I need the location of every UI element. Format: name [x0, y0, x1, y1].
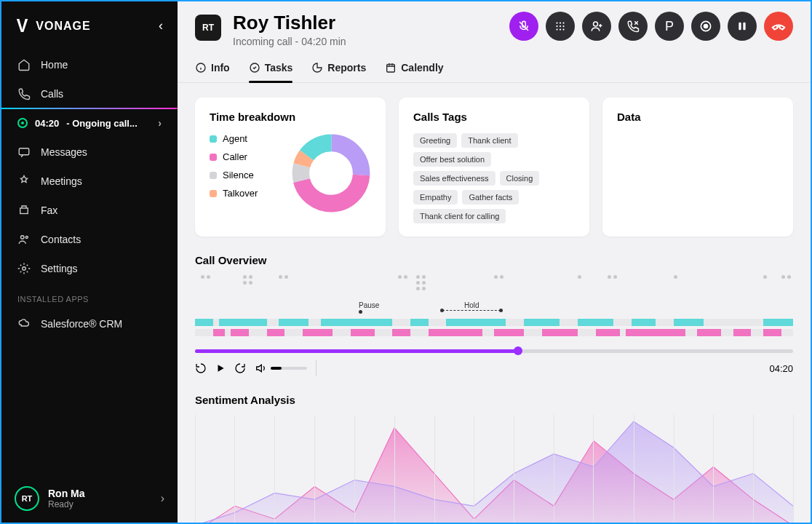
- tags-card: Calls Tags Greeting Thank client Offer b…: [399, 98, 589, 237]
- nav-contacts[interactable]: Contacts: [1, 225, 178, 254]
- forward-button[interactable]: [234, 362, 246, 374]
- ongoing-call-item[interactable]: 04:20 - Ongoing call... ›: [1, 108, 178, 138]
- overview-labels: Pause Hold: [195, 301, 793, 316]
- playback-controls: 04:20: [195, 360, 793, 376]
- header: RT Roy Tishler Incoming call - 04:20 min…: [178, 1, 811, 47]
- contact-name: Roy Tishler: [233, 12, 346, 34]
- svg-rect-18: [739, 23, 741, 31]
- svg-point-11: [562, 25, 564, 27]
- sentiment-section: Sentiment Analysis: [178, 391, 811, 524]
- play-button[interactable]: [215, 363, 226, 373]
- legend-item: Silence: [210, 170, 258, 180]
- tracks: [195, 319, 793, 336]
- tasks-icon: [249, 62, 260, 74]
- nav-messages[interactable]: Messages: [1, 138, 178, 167]
- user-name: Ron Ma: [48, 488, 85, 499]
- tag[interactable]: Greeting: [413, 133, 457, 148]
- tag[interactable]: Gather facts: [462, 190, 519, 205]
- tab-calendly[interactable]: Calendly: [385, 57, 443, 82]
- ongoing-pulse-icon: [17, 118, 28, 128]
- svg-point-17: [704, 25, 708, 28]
- tag[interactable]: Empathy: [413, 190, 458, 205]
- svg-point-4: [23, 267, 26, 271]
- nav-label: Home: [41, 59, 68, 71]
- fax-icon: [17, 204, 31, 217]
- nav: Home Calls 04:20 - Ongoing call... › Mes…: [1, 47, 178, 341]
- playback-progress[interactable]: [195, 349, 793, 353]
- calendar-icon: [385, 62, 397, 74]
- user-footer[interactable]: RT Ron Ma Ready ›: [1, 475, 178, 523]
- progress-thumb[interactable]: [514, 346, 522, 355]
- mute-button[interactable]: [509, 12, 538, 41]
- nav-calls[interactable]: Calls: [1, 79, 178, 108]
- nav-fax[interactable]: Fax: [1, 196, 178, 225]
- caller-track: [195, 329, 793, 336]
- hold-button[interactable]: [728, 12, 757, 41]
- svg-rect-1: [20, 208, 28, 214]
- svg-point-13: [560, 28, 561, 30]
- nav-settings[interactable]: Settings: [1, 254, 178, 283]
- svg-point-9: [556, 25, 557, 27]
- tags-list: Greeting Thank client Offer best solutio…: [413, 133, 575, 223]
- call-overview-section: Call Overview Pause Hold: [178, 251, 811, 391]
- dialpad-button[interactable]: [546, 12, 575, 41]
- tag[interactable]: Sales effectiveness: [413, 171, 495, 186]
- user-avatar: RT: [15, 486, 39, 511]
- volume-control[interactable]: [255, 362, 307, 374]
- nav-label: Meetings: [41, 175, 82, 187]
- user-status: Ready: [48, 499, 85, 509]
- tab-reports[interactable]: Reports: [311, 57, 366, 82]
- tag[interactable]: Thank client: [461, 133, 517, 148]
- vonage-logo-icon: V: [17, 15, 28, 37]
- reports-icon: [311, 62, 323, 74]
- nav-label: Messages: [41, 146, 87, 158]
- ongoing-time: 04:20: [35, 118, 59, 129]
- nav-meetings[interactable]: Meetings: [1, 167, 178, 196]
- cards-row: Time breakdown Agent Caller Silence Talk…: [178, 83, 811, 251]
- message-icon: [17, 146, 31, 159]
- section-title: Sentiment Analysis: [195, 394, 793, 406]
- playback-time: 04:20: [769, 363, 793, 374]
- contact-subtitle: Incoming call - 04:20 min: [233, 36, 346, 47]
- svg-point-10: [560, 25, 561, 27]
- card-title: Data: [617, 111, 779, 123]
- hangup-button[interactable]: [764, 12, 793, 41]
- tag[interactable]: Thank client for calling: [413, 209, 506, 223]
- nav-label: Contacts: [41, 234, 81, 245]
- pause-label: Pause: [359, 301, 379, 309]
- agent-track: [195, 319, 793, 326]
- card-title: Time breakdown: [210, 111, 371, 123]
- sentiment-chart: [195, 415, 793, 524]
- park-button[interactable]: P: [655, 12, 684, 41]
- phone-icon: [17, 87, 31, 100]
- rewind-button[interactable]: [195, 362, 207, 374]
- nav-label: Settings: [41, 263, 78, 274]
- contact-avatar: RT: [195, 15, 221, 41]
- contacts-icon: [17, 233, 31, 246]
- tab-tasks[interactable]: Tasks: [249, 57, 293, 82]
- home-icon: [17, 58, 31, 71]
- tab-info[interactable]: Info: [195, 57, 230, 82]
- svg-point-6: [556, 22, 557, 23]
- sidebar-collapse-icon[interactable]: ‹: [159, 18, 163, 33]
- add-user-button[interactable]: [582, 12, 611, 41]
- svg-point-8: [562, 22, 564, 23]
- svg-rect-19: [743, 23, 745, 31]
- svg-point-2: [21, 236, 25, 239]
- nav-home[interactable]: Home: [1, 50, 178, 79]
- app-salesforce[interactable]: Salesforce® CRM: [1, 309, 178, 338]
- info-icon: [195, 62, 207, 74]
- tag[interactable]: Closing: [500, 171, 540, 186]
- tag[interactable]: Offer best solution: [413, 152, 491, 167]
- transfer-button[interactable]: [618, 12, 648, 41]
- svg-point-3: [25, 237, 28, 239]
- installed-apps-label: INSTALLED APPS: [1, 283, 178, 309]
- legend-item: Caller: [210, 151, 258, 162]
- volume-icon: [255, 362, 266, 374]
- svg-point-12: [556, 28, 557, 30]
- ongoing-label: - Ongoing call...: [66, 118, 138, 129]
- app-label: Salesforce® CRM: [41, 318, 122, 330]
- record-button[interactable]: [691, 12, 720, 41]
- legend: Agent Caller Silence Talkover: [210, 133, 258, 213]
- svg-rect-0: [19, 148, 29, 155]
